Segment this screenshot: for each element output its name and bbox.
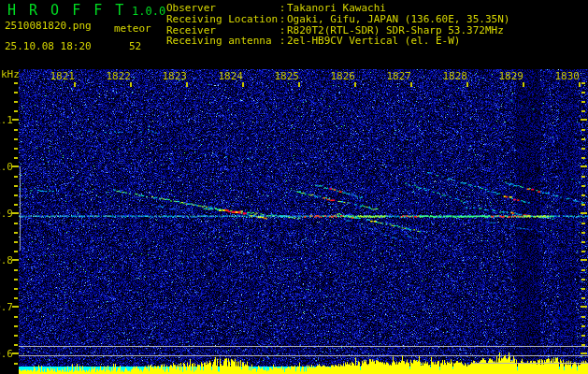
info-row-value: 2el-HB9CV Vertical (el. E-W) bbox=[287, 36, 460, 47]
station-info-row: Receiving antenna:2el-HB9CV Vertical (el… bbox=[166, 36, 509, 47]
app-title: H R O F F T bbox=[7, 4, 126, 18]
freq-tick-label: 0.7 bbox=[0, 302, 13, 312]
app-version: 1.0.0 bbox=[132, 6, 165, 17]
info-row-colon: : bbox=[278, 36, 287, 47]
station-info-row: Receiving Location:Ogaki, Gifu, JAPAN (1… bbox=[166, 14, 509, 25]
time-tick-label: 1825 bbox=[275, 71, 300, 81]
time-tick-label: 1826 bbox=[331, 71, 356, 81]
time-tick-label: 1828 bbox=[443, 71, 468, 81]
mode-label: meteor bbox=[114, 23, 151, 34]
freq-tick-label: 0.8 bbox=[0, 255, 13, 266]
freq-tick-label: 1.0 bbox=[0, 162, 13, 172]
info-row-label: Receiving Location bbox=[166, 14, 278, 25]
info-row-label: Receiving antenna bbox=[166, 36, 278, 47]
freq-tick-label: 0.6 bbox=[0, 349, 13, 359]
spectrogram-canvas bbox=[0, 0, 588, 374]
freq-tick-label: 1.1 bbox=[0, 115, 13, 125]
time-tick-label: 1830 bbox=[555, 71, 581, 81]
output-filename: 2510081820.png bbox=[5, 21, 92, 31]
observation-datetime: 25.10.08 18:20 bbox=[5, 41, 92, 51]
station-info-block: Observer:Takanori KawachiReceiving Locat… bbox=[166, 3, 509, 47]
freq-tick-label: 0.9 bbox=[0, 209, 13, 219]
freq-axis-unit-label: kHz bbox=[1, 69, 20, 79]
time-tick-label: 1822 bbox=[107, 71, 132, 81]
time-tick-label: 1823 bbox=[163, 71, 188, 81]
time-tick-label: 1827 bbox=[387, 71, 412, 81]
time-tick-label: 1829 bbox=[499, 71, 524, 81]
hrofft-window: H R O F F T 1.0.0 2510081820.png meteor … bbox=[0, 0, 588, 374]
info-row-colon: : bbox=[278, 14, 287, 25]
echo-count: 52 bbox=[129, 41, 141, 51]
time-tick-label: 1824 bbox=[219, 71, 244, 81]
info-row-value: Ogaki, Gifu, JAPAN (136.60E, 35.35N) bbox=[287, 14, 509, 25]
time-tick-label: 1821 bbox=[50, 71, 76, 81]
